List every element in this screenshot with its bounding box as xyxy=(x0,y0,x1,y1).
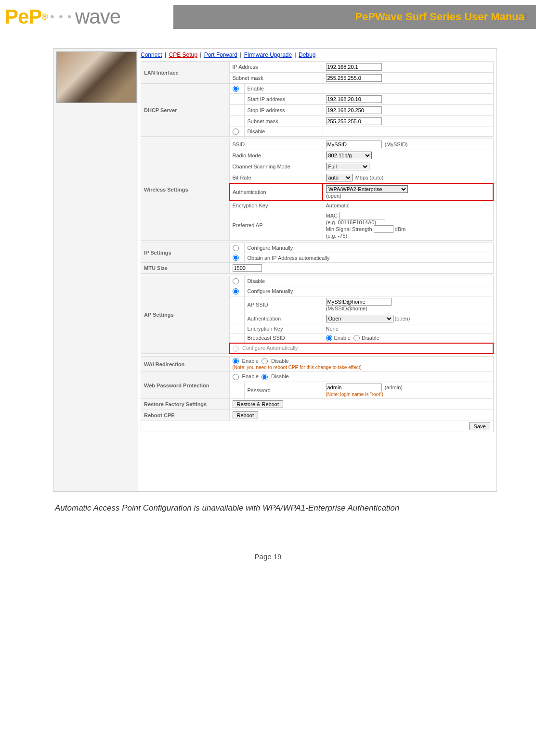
dhcp-disable-label: Disable xyxy=(244,127,323,137)
wifi-bitrate-select[interactable]: auto xyxy=(326,174,353,181)
mtu-input[interactable] xyxy=(233,264,262,272)
wifi-auth-label: Authentication xyxy=(229,183,323,201)
section-wireless: Wireless Settings xyxy=(141,139,230,241)
wifi-radio-label: Radio Mode xyxy=(229,150,323,161)
wifi-bitrate-label: Bit Rate xyxy=(229,172,323,184)
ap-ssid-label: AP SSID xyxy=(244,296,323,313)
wifi-enc-value: Automatic xyxy=(323,201,493,210)
ap-auth-label: Authentication xyxy=(244,313,323,324)
dhcp-enable-label: Enable xyxy=(244,84,323,94)
ap-manual-radio[interactable] xyxy=(233,288,239,295)
wifi-ssid-input[interactable] xyxy=(326,141,382,148)
ip-auto-radio[interactable] xyxy=(233,255,239,261)
page-header: PeP®• • •wave PePWave Surf Series User M… xyxy=(0,0,536,34)
section-pwd: Web Password Protection xyxy=(141,372,230,399)
dhcp-mask-label: Subnet mask xyxy=(244,115,323,127)
dhcp-start-label: Start IP address xyxy=(244,93,323,104)
ip-auto-label: Obtain an IP Address automatically xyxy=(244,253,493,263)
tab-port-forward[interactable]: Port Forward xyxy=(204,51,237,58)
dhcp-stop-input[interactable] xyxy=(326,106,382,114)
section-dhcp: DHCP Server xyxy=(141,84,230,137)
wifi-pref-label: Preferred AP xyxy=(229,210,323,241)
dhcp-enable-radio[interactable] xyxy=(233,86,239,92)
ap-bcast-disable-radio[interactable] xyxy=(353,335,360,341)
ip-manual-radio[interactable] xyxy=(233,245,239,251)
wifi-ssid-note: (MySSID) xyxy=(385,141,408,147)
ap-enc-label: Encryption Key xyxy=(244,324,323,333)
ap-auth-note: (open) xyxy=(395,316,410,321)
section-mtu: MTU Size xyxy=(141,263,230,274)
reboot-button[interactable]: Reboot xyxy=(233,411,258,419)
ap-disable-radio[interactable] xyxy=(233,278,239,284)
tab-firmware[interactable]: Firmware Upgrade xyxy=(244,51,292,58)
ap-manual-label: Configure Manually xyxy=(244,286,493,296)
save-button[interactable]: Save xyxy=(469,423,490,430)
screenshot-frame: Connect | CPE Setup | Port Forward | Fir… xyxy=(53,48,497,492)
page-footer: Page 19 xyxy=(0,514,536,570)
header-title: PePWave Surf Series User Manual xyxy=(173,5,536,29)
dhcp-disable-radio[interactable] xyxy=(233,128,239,135)
ap-disable-label: Disable xyxy=(244,276,493,286)
dhcp-mask-input[interactable] xyxy=(326,117,382,125)
ap-auth-select[interactable]: Open xyxy=(326,315,393,322)
wifi-signal-input[interactable] xyxy=(374,225,393,233)
wai-disable-radio[interactable] xyxy=(261,358,268,364)
sidebar xyxy=(53,49,138,491)
section-reboot: Reboot CPE xyxy=(141,410,230,421)
ap-auto-radio xyxy=(233,346,239,352)
pwd-note: (admin) xyxy=(385,384,403,390)
tab-cpe-setup[interactable]: CPE Setup xyxy=(169,51,197,58)
tab-debug[interactable]: Debug xyxy=(299,51,315,58)
tab-connect[interactable]: Connect xyxy=(141,51,162,58)
pwd-hint: (Note: login name is "root") xyxy=(326,392,383,397)
wifi-scan-label: Channel Scanning Mode xyxy=(229,161,323,172)
ap-bcast-label: Broadcast SSID xyxy=(244,333,323,343)
wai-enable-radio[interactable] xyxy=(233,358,239,364)
section-ap: AP Settings xyxy=(141,276,230,354)
wifi-radio-select[interactable]: 802.11b/g xyxy=(326,152,372,159)
logo: PeP®• • •wave xyxy=(0,0,173,34)
lan-ip-label: IP Address xyxy=(229,62,323,73)
sidebar-photo xyxy=(56,51,137,103)
section-lan: LAN Interface xyxy=(141,62,230,84)
section-wai: WAI Redirection xyxy=(141,356,230,372)
caption-text: Automatic Access Point Configuration is … xyxy=(53,492,502,514)
wifi-bitrate-note: Mbps (auto) xyxy=(355,175,384,180)
wifi-auth-note: (open) xyxy=(326,193,341,199)
lan-mask-label: Subnet mask xyxy=(229,73,323,84)
pwd-label: Password xyxy=(244,382,323,398)
pwd-enable-radio[interactable] xyxy=(233,374,239,380)
wifi-scan-select[interactable]: Full xyxy=(326,163,369,170)
section-restore: Restore Factory Settings xyxy=(141,398,230,410)
ap-ssid-note: (MySSID@home) xyxy=(326,306,367,311)
pwd-disable-radio[interactable] xyxy=(261,374,268,380)
lan-mask-input[interactable] xyxy=(326,74,382,82)
ap-bcast-enable-radio[interactable] xyxy=(326,335,332,341)
wai-note: (Note: you need to reboot CPE for this c… xyxy=(233,365,362,370)
lan-ip-input[interactable] xyxy=(326,63,382,71)
wifi-mac-input[interactable] xyxy=(339,212,385,219)
ap-auto-label: Configure Automatically xyxy=(242,345,298,351)
wifi-auth-select[interactable]: WPA/WPA2-Enterprise xyxy=(326,185,408,193)
wifi-pref-value: MAC (e.g. 00116E1014A0) Min Signal Stren… xyxy=(323,210,493,241)
section-ip: IP Settings xyxy=(141,243,230,263)
wifi-enc-label: Encryption Key xyxy=(229,201,323,210)
pwd-input[interactable] xyxy=(326,384,382,391)
dhcp-start-input[interactable] xyxy=(326,95,382,103)
ip-manual-label: Configure Manually xyxy=(244,243,323,253)
ap-ssid-input[interactable] xyxy=(326,298,392,306)
ap-enc-value: None xyxy=(323,324,493,333)
dhcp-stop-label: Stop IP address xyxy=(244,104,323,115)
wifi-ssid-label: SSID xyxy=(229,139,323,150)
restore-button[interactable]: Restore & Reboot xyxy=(233,400,283,408)
tab-bar: Connect | CPE Setup | Port Forward | Fir… xyxy=(141,51,494,61)
